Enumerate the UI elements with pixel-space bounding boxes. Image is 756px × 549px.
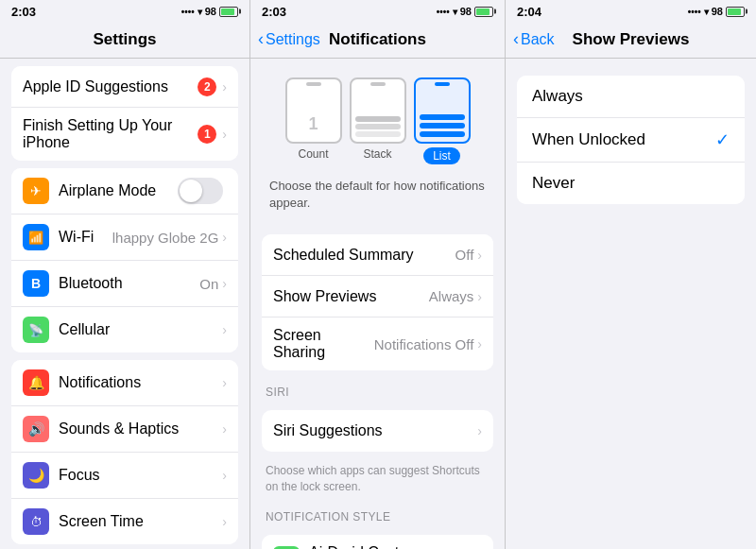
bluetooth-icon: B: [23, 270, 49, 297]
notifications-main-group: Scheduled Summary Off › Show Previews Al…: [262, 234, 493, 370]
back-to-notifications[interactable]: ‹ Back: [513, 31, 555, 48]
siri-suggestions-row[interactable]: Siri Suggestions ›: [262, 410, 493, 452]
focus-icon: 🌙: [23, 462, 49, 489]
when-unlocked-option-row[interactable]: When Unlocked ✓: [517, 118, 745, 163]
focus-row[interactable]: 🌙 Focus ›: [11, 453, 238, 499]
siri-footer: Choose which apps can suggest Shortcuts …: [250, 459, 505, 503]
back-chevron-mid: ‹: [258, 30, 264, 47]
wifi-chevron: ›: [222, 230, 227, 245]
finish-setup-row[interactable]: Finish Setting Up Your iPhone 1 ›: [11, 108, 238, 161]
screentime-icon: ⏱: [23, 508, 49, 535]
wifi-right-icon: ▾: [704, 7, 709, 17]
preview-description: Choose the default for how notifications…: [258, 172, 497, 219]
cellular-row[interactable]: 📡 Cellular ›: [11, 307, 238, 352]
always-label: Always: [532, 87, 730, 106]
preview-phones: 1 Count Stack: [258, 70, 497, 172]
show-previews-value: Always: [429, 288, 474, 304]
siri-suggestions-chevron: ›: [477, 423, 482, 438]
signal-icon-mid: ••••: [437, 7, 450, 17]
bluetooth-row[interactable]: B Bluetooth On ›: [11, 261, 238, 307]
notif-style-group: 📡 AirDroid Cast Banners, Sounds, Badges …: [262, 535, 493, 549]
wifi-value: lhappy Globe 2G: [112, 230, 219, 246]
scheduled-summary-value: Off: [455, 247, 474, 263]
focus-label: Focus: [59, 467, 222, 484]
status-bar-mid: 2:03 •••• ▾ 98: [250, 0, 505, 23]
scheduled-summary-row[interactable]: Scheduled Summary Off ›: [262, 234, 493, 276]
airdroid-label: AirDroid Cast: [309, 544, 477, 549]
time-left: 2:03: [11, 5, 36, 19]
settings-title: Settings: [93, 30, 156, 49]
notifications-row[interactable]: 🔔 Notifications ›: [11, 360, 238, 406]
finish-setup-chevron: ›: [222, 127, 227, 142]
bluetooth-label: Bluetooth: [59, 275, 199, 292]
apple-id-suggestions-row[interactable]: Apple ID Suggestions 2 ›: [11, 66, 238, 108]
settings-group-connectivity: ✈ Airplane Mode 📶 Wi-Fi lhappy Globe 2G …: [11, 168, 238, 352]
show-previews-row[interactable]: Show Previews Always ›: [262, 276, 493, 317]
count-notch: [306, 82, 321, 86]
cellular-label: Cellular: [59, 321, 222, 338]
screentime-label: Screen Time: [59, 513, 222, 530]
count-phone-frame: 1: [285, 77, 342, 144]
battery-num-right: 98: [712, 6, 723, 17]
list-notch: [435, 82, 450, 86]
siri-section-header: SIRI: [250, 378, 505, 403]
screen-sharing-label: Screen Sharing: [273, 327, 374, 361]
battery-icon-left: [219, 7, 238, 17]
cellular-chevron: ›: [222, 322, 227, 337]
show-previews-title: Show Previews: [573, 30, 690, 49]
scheduled-summary-chevron: ›: [477, 248, 482, 263]
screen-sharing-row[interactable]: Screen Sharing Notifications Off ›: [262, 317, 493, 370]
preview-section: 1 Count Stack: [250, 59, 505, 227]
status-bar-left: 2:03 •••• ▾ 98: [0, 0, 249, 23]
back-to-settings[interactable]: ‹ Settings: [258, 31, 320, 48]
airdroid-row[interactable]: 📡 AirDroid Cast Banners, Sounds, Badges …: [262, 535, 493, 549]
show-previews-content: Always When Unlocked ✓ Never: [506, 59, 756, 549]
airplane-icon: ✈: [23, 178, 49, 204]
screen-sharing-value: Notifications Off: [374, 336, 474, 352]
sounds-row[interactable]: 🔊 Sounds & Haptics ›: [11, 406, 238, 453]
notif-style-header: NOTIFICATION STYLE: [250, 503, 505, 527]
list-label[interactable]: List: [423, 147, 460, 164]
wifi-mid-icon: ▾: [453, 7, 457, 17]
focus-chevron: ›: [222, 468, 227, 483]
battery-num-mid: 98: [460, 6, 472, 17]
apple-id-chevron: ›: [222, 79, 227, 94]
settings-panel: 2:03 •••• ▾ 98 Settings Apple ID Suggest…: [0, 0, 250, 549]
nav-bar-mid: ‹ Settings Notifications: [250, 23, 505, 59]
airplane-toggle[interactable]: [178, 178, 223, 204]
wifi-row[interactable]: 📶 Wi-Fi lhappy Globe 2G ›: [11, 214, 238, 261]
screentime-row[interactable]: ⏱ Screen Time ›: [11, 499, 238, 544]
airplane-mode-row[interactable]: ✈ Airplane Mode: [11, 168, 238, 214]
notifications-content: 1 Count Stack: [250, 59, 505, 549]
always-option-row[interactable]: Always: [517, 76, 745, 118]
apple-id-label: Apple ID Suggestions: [23, 78, 198, 95]
scheduled-summary-label: Scheduled Summary: [273, 247, 455, 264]
airdroid-text-block: AirDroid Cast Banners, Sounds, Badges: [309, 544, 477, 549]
back-label-right: Back: [521, 31, 555, 48]
stack-label: Stack: [363, 147, 391, 161]
bluetooth-chevron: ›: [222, 276, 227, 291]
apple-id-badge: 2: [198, 77, 216, 96]
notifications-panel: 2:03 •••• ▾ 98 ‹ Settings Notifications: [250, 0, 506, 549]
bluetooth-value: On: [199, 276, 218, 292]
battery-num-left: 98: [205, 6, 216, 17]
stack-phone-frame: [350, 77, 406, 144]
nav-bar-right: ‹ Back Show Previews: [506, 23, 756, 59]
battery-icon-right: [726, 7, 745, 17]
finish-setup-label: Finish Setting Up Your iPhone: [23, 117, 198, 151]
count-option[interactable]: 1 Count: [285, 77, 342, 164]
settings-group-top: Apple ID Suggestions 2 › Finish Setting …: [11, 66, 238, 161]
settings-content: Apple ID Suggestions 2 › Finish Setting …: [0, 59, 249, 549]
sounds-chevron: ›: [222, 421, 227, 437]
sounds-label: Sounds & Haptics: [59, 420, 222, 437]
count-label: Count: [298, 147, 328, 161]
airplane-label: Airplane Mode: [59, 182, 178, 199]
list-option[interactable]: List: [414, 77, 471, 164]
list-phone-frame: [414, 77, 471, 144]
stack-option[interactable]: Stack: [350, 77, 406, 164]
nav-bar-left: Settings: [0, 23, 249, 59]
never-option-row[interactable]: Never: [517, 163, 745, 204]
show-previews-chevron: ›: [477, 289, 482, 304]
siri-group: Siri Suggestions ›: [262, 410, 493, 452]
signal-icon: ••••: [181, 7, 195, 17]
